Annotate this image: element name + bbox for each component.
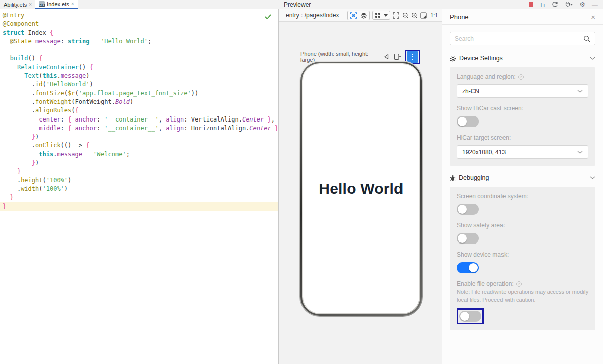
search-box[interactable] (450, 32, 595, 45)
code-line[interactable]: }) (0, 133, 278, 141)
code-line[interactable]: .fontSize($r('app.float.page_text_font_s… (0, 89, 278, 98)
grid-view-icon[interactable] (375, 12, 381, 18)
search-input[interactable] (455, 35, 583, 42)
code-line[interactable]: this.message = 'Welcome'; (0, 150, 278, 159)
window-actions: Tт ⚙ — (529, 1, 598, 8)
connector-icon[interactable] (565, 1, 573, 8)
section-title: Device Settings (459, 55, 503, 62)
code-line[interactable]: build() { (0, 54, 278, 63)
chevron-down-icon (577, 90, 583, 93)
code-line[interactable]: @Entry (0, 11, 278, 20)
hicar-cast-toggle[interactable] (457, 116, 479, 127)
code-line[interactable]: .onClick(() => { (0, 141, 278, 150)
code-line[interactable]: RelativeContainer() { (0, 63, 278, 72)
code-line[interactable]: .height('100%') (0, 176, 278, 185)
previewer-tools: 1:1 (347, 11, 438, 20)
field-label: Language and region: ? (457, 73, 588, 80)
info-icon[interactable]: ? (516, 281, 522, 287)
inspection-ok-check-icon[interactable] (265, 14, 271, 20)
code-line[interactable]: } (0, 193, 278, 202)
gear-icon (450, 55, 456, 62)
code-line[interactable]: .width('100%') (0, 185, 278, 193)
code-line[interactable]: } (0, 167, 278, 176)
layout-tool-group (372, 11, 390, 20)
ets-file-icon: ETS (39, 1, 45, 7)
panel-header: Phone × (442, 9, 603, 25)
field-label: Show HiCar cast screen: (457, 105, 588, 112)
chevron-down-icon[interactable] (384, 14, 388, 17)
panel-body: Device Settings Language and region: ? z… (442, 25, 603, 330)
field-label: Enable file operation: ? (457, 280, 588, 287)
screen-coordinate-toggle[interactable] (457, 204, 479, 215)
code-area[interactable]: @Entry@Componentstruct Index { @State me… (0, 9, 278, 211)
close-icon[interactable]: × (591, 13, 595, 21)
code-line[interactable]: middle: { anchor: '__container__', align… (0, 124, 278, 133)
more-options-button[interactable] (407, 51, 418, 63)
debugging-card: Screen coordinate system: Show safety ar… (450, 187, 595, 330)
device-settings-panel: Phone × Device Settings (442, 9, 603, 364)
fit-to-screen-icon[interactable] (420, 12, 427, 19)
hicar-target-select[interactable]: 1920x1080, 413 (457, 145, 588, 159)
inspector-tool-group (347, 11, 370, 20)
code-line[interactable]: Text(this.message) (0, 72, 278, 80)
chevron-down-icon (577, 151, 583, 154)
code-line[interactable]: @Component (0, 20, 278, 28)
hello-world-text[interactable]: Hello World (319, 180, 403, 197)
refresh-icon[interactable] (552, 1, 558, 8)
code-line[interactable] (0, 46, 278, 54)
code-line[interactable]: @State message: string = 'Hello World'; (0, 37, 278, 46)
previewer-toolbar: entry : /pages/Index (279, 9, 442, 22)
code-line[interactable]: }) (0, 159, 278, 167)
code-editor-pane: @Entry@Componentstruct Index { @State me… (0, 9, 279, 364)
safety-area-toggle[interactable] (457, 233, 479, 244)
tab-close-icon[interactable]: × (29, 2, 32, 7)
minimize-icon[interactable]: — (592, 1, 598, 8)
section-title: Debugging (459, 174, 489, 181)
code-line[interactable]: .fontWeight(FontWeight.Bold) (0, 98, 278, 106)
section-debugging[interactable]: Debugging (450, 173, 595, 183)
tab-ability-label: Ability.ets (4, 2, 27, 8)
zoom-out-icon[interactable] (402, 12, 409, 19)
field-label: Show device mask: (457, 251, 588, 258)
font-settings-icon[interactable]: Tт (540, 2, 546, 8)
layers-icon[interactable] (360, 12, 367, 19)
tab-index-label: Index.ets (47, 1, 69, 7)
field-label: Show safety area: (457, 222, 588, 229)
stop-icon[interactable] (529, 2, 533, 7)
previewer-pane: entry : /pages/Index (279, 9, 442, 364)
previewer-title: Previewer (284, 1, 311, 8)
language-select[interactable]: zh-CN (457, 84, 588, 98)
search-icon[interactable] (583, 35, 590, 42)
tab-ability-ets[interactable]: Ability.ets × (0, 0, 35, 9)
rotate-back-icon[interactable] (383, 53, 390, 60)
code-line[interactable]: } (0, 202, 278, 211)
previewer-window-header: Previewer Tт ⚙ — (279, 0, 603, 9)
frame-select-icon[interactable] (393, 12, 399, 19)
zoom-ratio-label[interactable]: 1:1 (430, 12, 438, 18)
annotation-box-toggle (457, 308, 484, 324)
file-operation-toggle[interactable] (459, 311, 481, 322)
main-area: @Entry@Componentstruct Index { @State me… (0, 9, 603, 364)
editor-tab-bar: Ability.ets × ETS Index.ets × (0, 0, 279, 9)
device-mask-toggle[interactable] (457, 262, 479, 273)
tab-close-icon[interactable]: × (71, 2, 74, 7)
zoom-in-icon[interactable] (411, 12, 418, 19)
file-operation-note: Note: File read/write operations may acc… (457, 288, 596, 304)
section-device-settings[interactable]: Device Settings (450, 53, 595, 63)
select-value: 1920x1080, 413 (462, 149, 506, 156)
orientation-icon[interactable] (393, 53, 401, 60)
code-line[interactable]: .id('HelloWorld') (0, 80, 278, 89)
phone-screen[interactable]: Hello World (303, 64, 419, 313)
field-label: Screen coordinate system: (457, 193, 588, 200)
code-line[interactable]: .alignRules({ (0, 106, 278, 115)
top-bar: Ability.ets × ETS Index.ets × Previewer … (0, 0, 603, 9)
chevron-down-icon[interactable] (590, 176, 595, 179)
code-line[interactable]: struct Index { (0, 29, 278, 37)
tab-index-ets[interactable]: ETS Index.ets × (35, 0, 77, 9)
chevron-down-icon[interactable] (590, 57, 595, 60)
phone-device-mockup: Hello World (299, 61, 423, 317)
code-line[interactable]: center: { anchor: '__container__', align… (0, 115, 278, 124)
settings-gear-icon[interactable]: ⚙ (579, 1, 585, 8)
inspect-icon[interactable] (350, 12, 357, 19)
info-icon[interactable]: ? (518, 74, 524, 80)
